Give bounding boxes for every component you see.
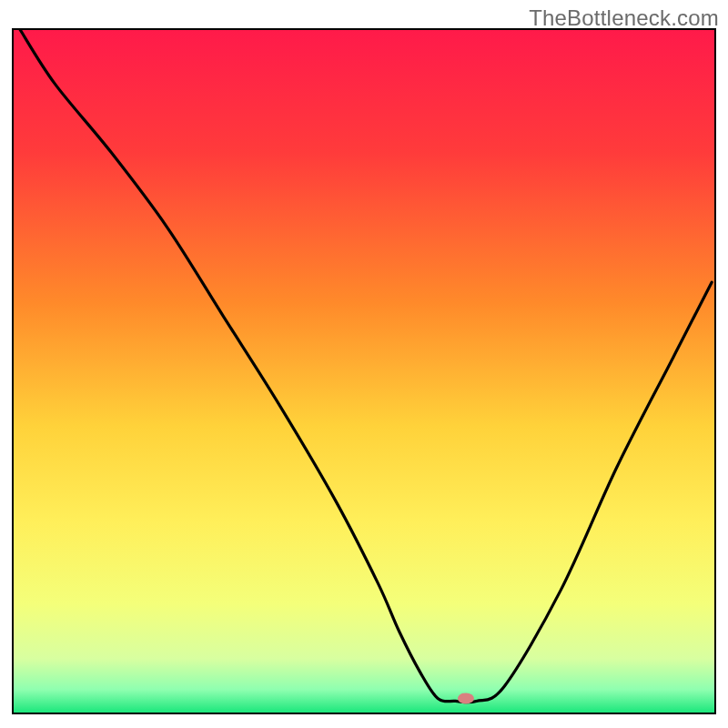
bottleneck-chart [0,0,728,728]
watermark-text: TheBottleneck.com [529,5,719,31]
gradient-background [13,29,715,713]
optimum-marker [458,693,474,703]
chart-container: TheBottleneck.com [0,0,728,728]
